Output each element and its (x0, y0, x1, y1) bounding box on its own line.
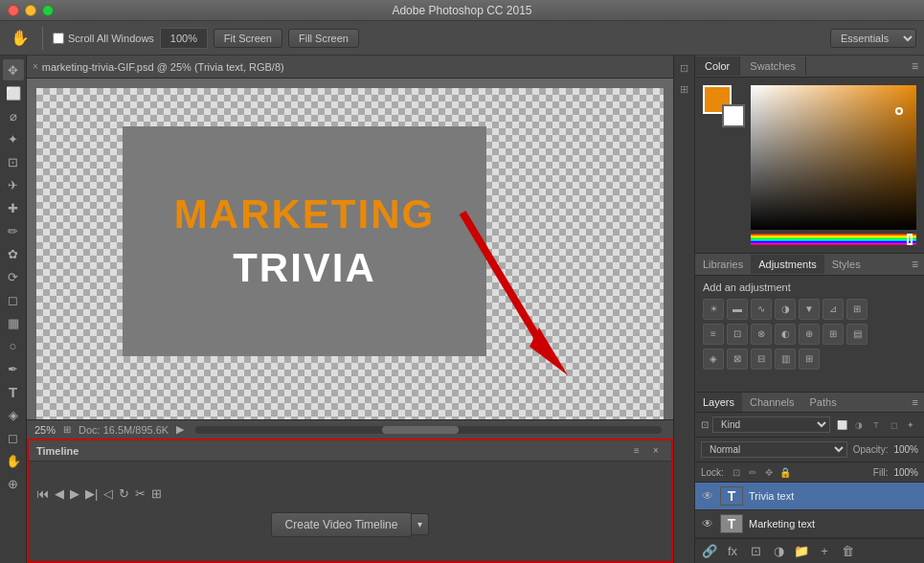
filter-pixel-icon[interactable]: ⬜ (834, 417, 849, 433)
lasso-tool[interactable]: ⌀ (3, 105, 24, 126)
add-mask-icon[interactable]: ⊡ (747, 543, 764, 560)
tab-color[interactable]: Color (695, 56, 740, 76)
status-icon[interactable]: ⊞ (63, 424, 71, 435)
lock-all-icon[interactable]: 🔒 (778, 465, 792, 479)
adj-levels2-icon[interactable]: ≡ (703, 324, 724, 345)
scroll-all-windows-checkbox[interactable] (53, 33, 64, 44)
lock-transparent-icon[interactable]: ⊡ (730, 465, 743, 479)
wand-tool[interactable]: ✦ (3, 128, 24, 149)
add-style-icon[interactable]: fx (724, 543, 741, 560)
status-arrow[interactable]: ▶ (176, 423, 184, 436)
layer-item-trivia[interactable]: 👁 T Trivia text (695, 483, 924, 510)
panel-icon-1[interactable]: ⊡ (676, 59, 693, 77)
hand-tool[interactable]: ✋ (3, 450, 24, 471)
fit-screen-button[interactable]: Fit Screen (214, 29, 282, 48)
adj-hsl-icon[interactable]: ⊿ (823, 299, 844, 320)
adj-color-balance-icon[interactable]: ⊗ (751, 324, 772, 345)
delete-layer-icon[interactable]: 🗑 (839, 543, 856, 560)
zoom-tool[interactable]: ⊕ (3, 473, 24, 494)
layer-visibility-icon-trivia[interactable]: 👁 (701, 489, 714, 503)
adj-channel-mix-icon[interactable]: ⊞ (823, 324, 844, 345)
workspace-select[interactable]: Essentials (830, 29, 916, 48)
play-button[interactable]: ▶ (70, 486, 79, 501)
lock-position-icon[interactable]: ✥ (762, 465, 776, 479)
eraser-tool[interactable]: ◻ (3, 289, 24, 310)
adj-posterize-icon[interactable]: ⊠ (727, 349, 748, 370)
loop-button[interactable]: ↻ (119, 486, 129, 501)
layer-item-marketing[interactable]: 👁 T Marketing text (695, 510, 924, 538)
adj-photo-filter-icon[interactable]: ⊕ (799, 324, 820, 345)
adj-brightness-icon[interactable]: ☀ (703, 299, 724, 320)
minimize-button[interactable] (25, 5, 36, 16)
brush-tool[interactable]: ✏ (3, 220, 24, 241)
path-select-tool[interactable]: ◈ (3, 404, 24, 425)
tab-close-icon[interactable]: × (33, 61, 38, 72)
crop-tool[interactable]: ⊡ (3, 151, 24, 172)
gradient-tool[interactable]: ▦ (3, 312, 24, 333)
close-button[interactable] (8, 5, 19, 16)
add-adjustment-icon[interactable]: ◑ (770, 543, 787, 560)
tab-paths[interactable]: Paths (802, 393, 845, 412)
adj-levels-icon[interactable]: ▬ (727, 299, 748, 320)
panel-icon-2[interactable]: ⊞ (676, 80, 693, 98)
hand-tool-icon[interactable]: ✋ (8, 26, 33, 51)
tab-swatches[interactable]: Swatches (740, 56, 806, 76)
clone-tool[interactable]: ✿ (3, 243, 24, 264)
hue-bar[interactable] (751, 234, 916, 245)
tab-channels[interactable]: Channels (742, 393, 801, 412)
color-panel-menu-icon[interactable]: ≡ (906, 56, 924, 77)
layer-visibility-icon-marketing[interactable]: 👁 (701, 517, 714, 530)
filter-adj-icon[interactable]: ◑ (851, 417, 867, 433)
filter-type-icon[interactable]: T (868, 417, 884, 433)
add-group-icon[interactable]: 📁 (793, 543, 810, 560)
timeline-menu-icon[interactable]: ≡ (629, 443, 644, 459)
adj-bw-icon[interactable]: ◐ (775, 324, 796, 345)
filter-type-select[interactable]: Kind (712, 417, 830, 433)
adj-invert-icon[interactable]: ◈ (703, 349, 724, 370)
adj-vibrance-icon[interactable]: ▼ (799, 299, 820, 320)
lock-pixels-icon[interactable]: ✏ (746, 465, 759, 479)
adj-panel-menu-icon[interactable]: ≡ (906, 254, 924, 275)
adj-curves-icon[interactable]: ∿ (751, 299, 772, 320)
canvas-wrapper[interactable]: MARKETING TRIVIA (27, 79, 673, 419)
color-gradient-picker[interactable] (751, 85, 916, 230)
adj-selective-color-icon[interactable]: ⊞ (799, 349, 820, 370)
tab-layers[interactable]: Layers (695, 393, 742, 412)
reverse-play-button[interactable]: ◁ (103, 486, 113, 501)
go-to-start-button[interactable]: ⏮ (36, 486, 49, 501)
add-layer-icon[interactable]: + (816, 543, 833, 560)
convert-button[interactable]: ⊞ (151, 486, 162, 501)
adj-threshold-icon[interactable]: ⊟ (751, 349, 772, 370)
adj-curves2-icon[interactable]: ⊡ (727, 324, 748, 345)
move-tool[interactable]: ✥ (3, 59, 24, 80)
next-frame-button[interactable]: ▶| (85, 486, 98, 501)
adj-gradient-map-icon[interactable]: ▥ (775, 349, 796, 370)
timeline-close-icon[interactable]: × (648, 443, 664, 459)
history-tool[interactable]: ⟳ (3, 266, 24, 287)
zoom-input[interactable] (160, 28, 208, 49)
adj-color-lookup-icon[interactable]: ▤ (846, 324, 868, 345)
tab-styles[interactable]: Styles (824, 255, 868, 274)
adj-exposure-icon[interactable]: ◑ (775, 299, 796, 320)
fill-screen-button[interactable]: Fill Screen (288, 29, 359, 48)
link-layers-icon[interactable]: 🔗 (701, 543, 718, 560)
layers-panel-menu-icon[interactable]: ≡ (907, 393, 924, 412)
pen-tool[interactable]: ✒ (3, 358, 24, 379)
create-video-timeline-button[interactable]: Create Video Timeline (271, 512, 413, 537)
adj-color-icon[interactable]: ⊞ (846, 299, 868, 320)
marquee-tool[interactable]: ⬜ (3, 82, 24, 103)
tab-adjustments[interactable]: Adjustments (751, 255, 824, 274)
tab-libraries[interactable]: Libraries (695, 255, 751, 274)
eyedropper-tool[interactable]: ✈ (3, 174, 24, 195)
blend-mode-select[interactable]: Normal (701, 441, 847, 458)
filter-shape-icon[interactable]: ◻ (886, 417, 901, 433)
trim-button[interactable]: ✂ (135, 486, 146, 501)
maximize-button[interactable] (42, 5, 54, 16)
healing-tool[interactable]: ✚ (3, 197, 24, 218)
type-tool[interactable]: T (3, 381, 24, 402)
prev-frame-button[interactable]: ◀ (55, 486, 64, 501)
filter-smart-icon[interactable]: ✦ (903, 417, 918, 433)
background-swatch[interactable] (722, 104, 745, 127)
create-video-dropdown-arrow[interactable]: ▾ (412, 513, 429, 535)
dodge-tool[interactable]: ○ (3, 335, 24, 356)
